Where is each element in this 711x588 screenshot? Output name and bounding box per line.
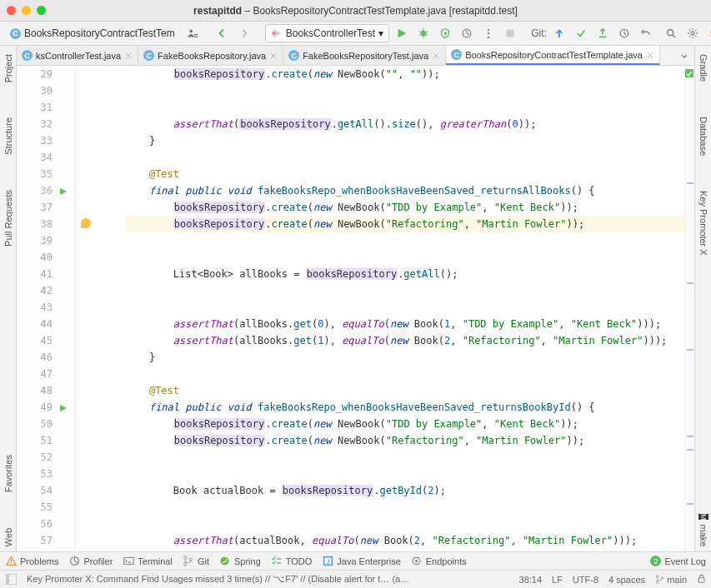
current-file-indicator[interactable]: C BooksRepositoryContractTestTem xyxy=(5,26,180,41)
close-tab-icon[interactable] xyxy=(646,51,654,59)
usage-marker[interactable] xyxy=(687,436,693,437)
code-line[interactable]: assertThat(actualBook, equalTo(new Book(… xyxy=(125,532,684,549)
cursor-position[interactable]: 38:14 xyxy=(519,575,543,585)
code-line[interactable]: booksRepository.create(new NewBook("Refa… xyxy=(125,432,684,449)
line-number[interactable]: 58 xyxy=(17,549,53,551)
line-number[interactable]: 45 xyxy=(17,332,53,349)
code-line[interactable] xyxy=(125,366,684,382)
editor-tab[interactable]: C BooksRepositoryContractTestTemplate.ja… xyxy=(446,46,660,65)
code-line[interactable]: booksRepository.create(new NewBook("TDD … xyxy=(125,416,684,432)
back-icon[interactable] xyxy=(213,24,232,42)
profile-button[interactable] xyxy=(458,24,476,42)
line-number[interactable]: 41 xyxy=(17,266,53,282)
indent[interactable]: 4 spaces xyxy=(608,575,645,585)
code-line[interactable]: } xyxy=(125,132,684,149)
run-test-icon[interactable] xyxy=(59,401,68,418)
line-number[interactable]: 43 xyxy=(17,299,53,316)
bottom-tool-todo[interactable]: TODO xyxy=(271,556,313,567)
line-number[interactable]: 35 xyxy=(17,166,53,182)
code-line[interactable]: final public void fakeBooksRepo_whenBook… xyxy=(125,182,684,199)
line-number[interactable]: 53 xyxy=(17,466,53,482)
line-number[interactable]: 29 xyxy=(17,66,53,82)
bottom-tool-endpoints[interactable]: Endpoints xyxy=(411,556,467,567)
git-rollback-icon[interactable] xyxy=(637,24,655,42)
bottom-tool-problems[interactable]: Problems xyxy=(5,556,58,567)
close-tab-icon[interactable] xyxy=(124,52,133,60)
line-number[interactable]: 33 xyxy=(17,132,53,149)
code-line[interactable] xyxy=(125,282,684,299)
editor-gutter[interactable]: 2930313233343536373839404142434445464748… xyxy=(17,66,75,551)
stop-button[interactable] xyxy=(501,24,519,42)
pull-requests-tool-tab[interactable]: Pull Requests xyxy=(2,185,15,252)
code-line[interactable] xyxy=(125,149,684,166)
usage-marker[interactable] xyxy=(687,282,693,284)
code-line[interactable] xyxy=(125,249,684,266)
line-number[interactable]: 48 xyxy=(17,382,53,399)
event-log-button[interactable]: 2Event Log xyxy=(650,556,706,566)
line-number[interactable]: 44 xyxy=(17,316,53,332)
code-line[interactable] xyxy=(125,466,684,482)
error-strip[interactable] xyxy=(684,66,694,551)
code-line[interactable]: assertThat(booksRepository.getAll().size… xyxy=(125,116,684,132)
favorites-tool-tab[interactable]: Favorites xyxy=(2,450,15,497)
code-line[interactable] xyxy=(125,99,684,116)
close-tab-icon[interactable] xyxy=(432,52,440,60)
readonly-lock-icon[interactable] xyxy=(697,574,706,585)
bottom-tool-terminal[interactable]: Terminal xyxy=(123,556,173,567)
line-number[interactable]: 46 xyxy=(17,349,53,366)
make-tool-tab[interactable]: M make xyxy=(697,509,710,551)
debug-button[interactable] xyxy=(414,24,433,42)
members-in-navbar-icon[interactable] xyxy=(183,24,202,42)
line-number[interactable]: 32 xyxy=(17,116,53,132)
project-tool-tab[interactable]: Project xyxy=(2,49,15,87)
line-number[interactable]: 56 xyxy=(17,516,53,532)
run-button[interactable] xyxy=(393,24,411,42)
run-test-icon[interactable] xyxy=(59,185,68,202)
line-number[interactable]: 36 xyxy=(17,182,53,199)
settings-icon[interactable] xyxy=(683,24,702,42)
bottom-tool-java-enterprise[interactable]: JJava Enterprise xyxy=(322,556,400,567)
line-number[interactable]: 54 xyxy=(17,482,53,499)
status-message[interactable]: Key Promoter X: Command Find Usages miss… xyxy=(27,574,410,585)
run-configuration-select[interactable]: BooksControllerTest ▾ xyxy=(265,24,389,42)
line-number[interactable]: 57 xyxy=(17,532,53,549)
tool-window-quick-access-icon[interactable] xyxy=(5,574,17,586)
code-line[interactable] xyxy=(125,499,684,516)
git-update-icon[interactable] xyxy=(550,24,568,42)
encoding[interactable]: UTF-8 xyxy=(573,575,598,585)
line-number[interactable]: 55 xyxy=(17,499,53,516)
search-everywhere-icon[interactable] xyxy=(662,24,680,42)
code-line[interactable]: assertThat(allBooks.get(1), equalTo(new … xyxy=(125,332,684,349)
line-number[interactable]: 40 xyxy=(17,249,53,266)
code-line[interactable]: @Test xyxy=(125,166,684,182)
minimize-window-icon[interactable] xyxy=(22,6,31,15)
line-number[interactable]: 47 xyxy=(17,366,53,382)
code-line[interactable]: } xyxy=(125,349,684,366)
usage-marker[interactable] xyxy=(687,349,693,351)
editor-tab[interactable]: C FakeBooksRepositoryTest.java xyxy=(283,46,446,65)
usage-marker[interactable] xyxy=(687,449,693,451)
line-number[interactable]: 39 xyxy=(17,232,53,249)
tabs-overflow-icon[interactable] xyxy=(674,46,694,65)
code-line[interactable] xyxy=(125,232,684,249)
gradle-tool-tab[interactable]: Gradle xyxy=(697,49,710,87)
line-number[interactable]: 31 xyxy=(17,99,53,116)
code-line[interactable]: assertThat(allBooks.get(0), equalTo(new … xyxy=(125,316,684,332)
code-line[interactable]: Book actualBook = booksRepository.getByI… xyxy=(125,482,684,499)
line-number[interactable]: 38 xyxy=(17,216,53,232)
editor-tab[interactable]: C FakeBooksRepository.java xyxy=(138,46,283,65)
bottom-tool-profiler[interactable]: Profiler xyxy=(68,556,113,567)
editor-content[interactable]: booksRepository.create(new NewBook("", "… xyxy=(75,66,684,551)
code-line[interactable]: @Test xyxy=(125,382,684,399)
line-number[interactable]: 52 xyxy=(17,449,53,466)
maximize-window-icon[interactable] xyxy=(37,6,46,15)
close-tab-icon[interactable] xyxy=(269,52,278,60)
code-line[interactable] xyxy=(125,516,684,532)
git-push-icon[interactable] xyxy=(593,24,612,42)
line-number[interactable]: 37 xyxy=(17,199,53,216)
sync-icon[interactable] xyxy=(705,24,711,42)
code-line[interactable] xyxy=(125,82,684,99)
database-tool-tab[interactable]: Database xyxy=(697,112,710,161)
git-branch[interactable]: main xyxy=(655,575,687,585)
forward-icon[interactable] xyxy=(235,24,253,42)
